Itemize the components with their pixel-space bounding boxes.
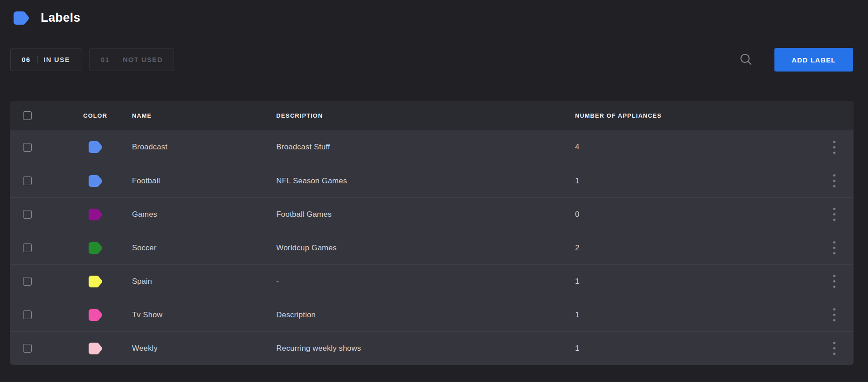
column-header-name: NAME [132, 112, 276, 119]
labels-page: Labels 06 IN USE 01 NOT USED ADD LABEL C… [0, 0, 868, 382]
filter-chips: 06 IN USE 01 NOT USED [10, 48, 174, 71]
label-color-swatch [89, 309, 102, 321]
kebab-menu-icon[interactable] [829, 172, 840, 190]
table-header: COLOR NAME DESCRIPTION NUMBER OF APPLIAN… [10, 101, 854, 130]
kebab-menu-icon[interactable] [829, 306, 840, 324]
label-name: Games [132, 210, 276, 219]
label-color-swatch [89, 242, 102, 254]
label-tag-icon [14, 11, 29, 25]
label-name: Soccer [132, 244, 276, 253]
table-body: Broadcast Broadcast Stuff 4 Football NFL… [10, 130, 854, 365]
kebab-menu-icon[interactable] [829, 272, 840, 291]
label-name: Weekly [132, 344, 276, 353]
search-icon [739, 53, 753, 67]
column-header-appliances: NUMBER OF APPLIANCES [575, 112, 815, 119]
label-color-swatch [89, 276, 102, 287]
row-checkbox[interactable] [23, 143, 32, 152]
appliance-count: 2 [575, 244, 815, 253]
label-name: Tv Show [132, 310, 276, 320]
page-header: Labels [14, 11, 80, 25]
kebab-menu-icon[interactable] [829, 339, 840, 358]
label-description: NFL Season Games [276, 177, 575, 186]
select-all-checkbox[interactable] [23, 111, 32, 120]
appliance-count: 1 [575, 344, 815, 353]
table-row: Tv Show Description 1 [10, 298, 854, 331]
chip-divider [116, 56, 116, 63]
chip-divider [37, 56, 38, 63]
label-color-swatch [89, 175, 102, 187]
search-button[interactable] [739, 53, 753, 67]
row-checkbox[interactable] [23, 277, 32, 286]
kebab-menu-icon[interactable] [829, 205, 840, 224]
label-color-swatch [89, 343, 102, 354]
add-label-button[interactable]: ADD LABEL [774, 48, 853, 72]
table-row: Weekly Recurring weekly shows 1 [10, 331, 854, 365]
kebab-menu-icon[interactable] [829, 239, 840, 257]
label-name: Football [132, 177, 276, 186]
kebab-menu-icon[interactable] [829, 138, 840, 157]
page-title: Labels [41, 11, 80, 25]
label-description: Broadcast Stuff [276, 143, 575, 152]
not-used-label: NOT USED [123, 56, 163, 63]
label-description: Worldcup Games [276, 244, 575, 253]
label-description: Football Games [276, 210, 575, 219]
row-checkbox[interactable] [23, 210, 32, 219]
in-use-count: 06 [22, 56, 31, 63]
appliance-count: 0 [575, 210, 815, 219]
label-color-swatch [89, 209, 102, 220]
label-name: Broadcast [132, 143, 276, 152]
table-row: Football NFL Season Games 1 [10, 164, 854, 197]
label-description: Description [276, 310, 575, 320]
row-checkbox[interactable] [23, 344, 32, 353]
filter-not-used-chip[interactable]: 01 NOT USED [90, 48, 174, 71]
label-description: - [276, 277, 575, 286]
label-name: Spain [132, 277, 276, 286]
appliance-count: 4 [575, 143, 815, 152]
row-checkbox[interactable] [23, 310, 32, 319]
label-color-swatch [89, 141, 102, 153]
column-header-description: DESCRIPTION [276, 112, 575, 119]
labels-table: COLOR NAME DESCRIPTION NUMBER OF APPLIAN… [10, 101, 854, 365]
table-row: Broadcast Broadcast Stuff 4 [10, 130, 854, 164]
label-description: Recurring weekly shows [276, 344, 575, 353]
table-row: Soccer Worldcup Games 2 [10, 231, 854, 264]
appliance-count: 1 [575, 277, 815, 286]
table-row: Games Football Games 0 [10, 197, 854, 231]
in-use-label: IN USE [44, 56, 70, 63]
appliance-count: 1 [575, 177, 815, 186]
table-row: Spain - 1 [10, 264, 854, 298]
column-header-color: COLOR [64, 112, 132, 119]
filter-in-use-chip[interactable]: 06 IN USE [10, 48, 81, 71]
toolbar-actions: ADD LABEL [739, 48, 853, 72]
appliance-count: 1 [575, 310, 815, 320]
row-checkbox[interactable] [23, 177, 32, 185]
row-checkbox[interactable] [23, 244, 32, 252]
not-used-count: 01 [101, 56, 110, 63]
